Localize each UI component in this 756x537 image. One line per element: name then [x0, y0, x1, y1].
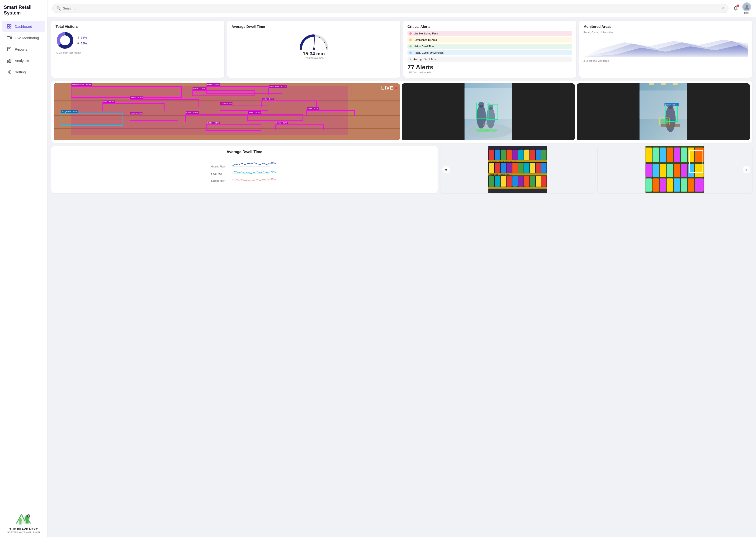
svg-text:PRODUCT LABELS ROW 2: PRODUCT LABELS ROW 2 — [489, 174, 511, 176]
det-label-15: bottle - 5.2% — [276, 122, 288, 124]
det-box-8: bottle - 4.2% — [220, 105, 268, 111]
sidebar: Smart Retail System Dashboard — [0, 0, 48, 537]
dwell-chart-card: Average Dwell Time Ground Floor First Fl… — [51, 146, 438, 193]
svg-point-40 — [483, 124, 485, 126]
svg-rect-122 — [653, 164, 659, 177]
svg-rect-103 — [530, 176, 535, 187]
svg-rect-76 — [489, 150, 494, 160]
svg-rect-99 — [506, 176, 512, 187]
det-label-12: bottle - 34.7% — [248, 111, 261, 114]
svg-rect-118 — [681, 147, 687, 162]
alert-item-4: Retail, Gyms, Universities — [408, 50, 572, 55]
setting-icon — [7, 69, 12, 75]
det-box-10: bottle - 4.5% — [130, 115, 178, 121]
shelf-image-2: » — [598, 146, 752, 193]
det-box-7: bottle - 5.9% — [261, 101, 317, 107]
search-input[interactable] — [63, 6, 719, 10]
svg-rect-127 — [688, 164, 694, 177]
det-label-5: bottle - 35.6% — [130, 97, 143, 99]
det-label-11: bottle - 41.9% — [186, 111, 199, 114]
sidebar-top: Smart Retail System Dashboard — [0, 0, 47, 80]
notification-button[interactable]: 1 — [731, 4, 740, 13]
svg-rect-133 — [674, 178, 680, 192]
svg-rect-87 — [495, 163, 500, 174]
svg-rect-105 — [541, 176, 546, 187]
svg-rect-116 — [667, 147, 673, 162]
search-icon: 🔍 — [56, 6, 61, 11]
det-box-1: bottl bot bottle - 46.9% — [71, 86, 182, 98]
svg-rect-129 — [646, 178, 652, 192]
svg-rect-136 — [695, 178, 704, 192]
shelf-next-button[interactable]: » — [743, 166, 750, 173]
det-label-4: bottle bottle - 15.1% — [269, 85, 287, 88]
shelf-svg-2 — [598, 146, 752, 193]
sidebar-item-analytics[interactable]: Analytics — [2, 55, 45, 66]
shelf-image-1: BLASING DINDUR JERA AAGAM PRODUCT LABELS… — [440, 146, 595, 193]
sidebar-item-setting[interactable]: Setting — [2, 66, 45, 77]
svg-rect-85 — [541, 150, 546, 160]
app-title: Smart Retail System — [4, 4, 43, 16]
det-label-8: bottle - 4.2% — [220, 102, 232, 105]
header-icons: 1 user — [731, 2, 751, 14]
det-label-2: bottle - 24.9% — [207, 83, 219, 86]
main-content: 🔍 ✕ 1 use — [48, 0, 756, 537]
avatar[interactable] — [742, 2, 751, 11]
dwell-change: +5% improvement — [303, 57, 324, 60]
svg-rect-130 — [653, 178, 659, 192]
svg-text:65%: 65% — [270, 178, 276, 181]
svg-point-38 — [488, 104, 494, 110]
live-text: LIVE — [381, 85, 394, 91]
svg-point-41 — [488, 124, 489, 126]
dwell-value: 15:34 min — [303, 51, 325, 57]
svg-point-9 — [9, 71, 10, 73]
monitored-locations: 3 Locations Monitored — [583, 60, 748, 62]
svg-rect-8 — [10, 59, 11, 62]
live-indicator — [395, 87, 397, 89]
svg-rect-95 — [541, 163, 546, 174]
sidebar-item-live-monitoring[interactable]: Live Monitoring — [2, 32, 45, 43]
svg-rect-84 — [536, 150, 541, 160]
search-clear-icon[interactable]: ✕ — [721, 6, 724, 11]
detection-canvas: bottl bot bottle - 46.9% bottle - 24.9% … — [54, 83, 400, 140]
shelf-prev-button[interactable]: « — [442, 166, 450, 173]
sidebar-item-reports[interactable]: Reports — [2, 44, 45, 55]
sidebar-item-label-setting: Setting — [15, 70, 26, 74]
content-area: Total Visitors ♀ 35% ♂ — [48, 17, 756, 537]
stat-card-monitored: Monitored Areas Retail, Gyms, Universiti… — [579, 21, 752, 78]
svg-rect-108 — [488, 187, 547, 189]
alert-label-4: Retail, Gyms, Universities — [414, 51, 444, 54]
svg-point-15 — [745, 5, 748, 7]
sidebar-item-dashboard[interactable]: Dashboard — [2, 21, 45, 32]
svg-rect-91 — [518, 163, 523, 174]
svg-point-19 — [313, 48, 315, 50]
bottom-row: Average Dwell Time Ground Floor First Fl… — [51, 146, 752, 193]
svg-rect-115 — [659, 147, 666, 162]
sidebar-item-label-analytics: Analytics — [15, 59, 29, 63]
alert-item-3: Visitor Dwell Time — [408, 44, 572, 49]
notification-badge: 1 — [736, 5, 739, 7]
alert-item-2: Compliance by Area — [408, 37, 572, 43]
svg-rect-1 — [10, 24, 11, 26]
det-box-12: bottle - 34.7% — [247, 114, 303, 121]
monitored-subtitle: Retail, Gyms, Universities — [583, 31, 748, 34]
svg-rect-135 — [688, 178, 694, 192]
donut-chart-wrap: ♀ 35% ♂ 65% — [56, 31, 220, 50]
det-box-4: bottle bottle - 15.1% — [268, 88, 351, 95]
svg-rect-86 — [489, 163, 494, 174]
dashboard-icon — [7, 24, 12, 29]
camera-feed-main: bottl bot bottle - 46.9% bottle - 24.9% … — [54, 83, 400, 140]
svg-rect-92 — [524, 163, 529, 174]
svg-rect-98 — [500, 176, 506, 187]
svg-rect-81 — [518, 150, 523, 160]
male-pct: 65% — [81, 42, 87, 45]
svg-rect-102 — [524, 176, 529, 187]
female-pct: 35% — [81, 36, 87, 39]
det-box-3: bottle - 11.0% — [192, 90, 254, 96]
svg-rect-6 — [7, 61, 8, 62]
svg-rect-100 — [512, 176, 518, 187]
cameras-row: bottl bot bottle - 46.9% bottle - 24.9% … — [51, 81, 752, 143]
svg-text:Second floor: Second floor — [211, 180, 224, 182]
alert-label-5: Average Dwell Time — [414, 58, 437, 61]
camera-feed-2 — [402, 83, 575, 140]
svg-rect-132 — [667, 178, 673, 192]
